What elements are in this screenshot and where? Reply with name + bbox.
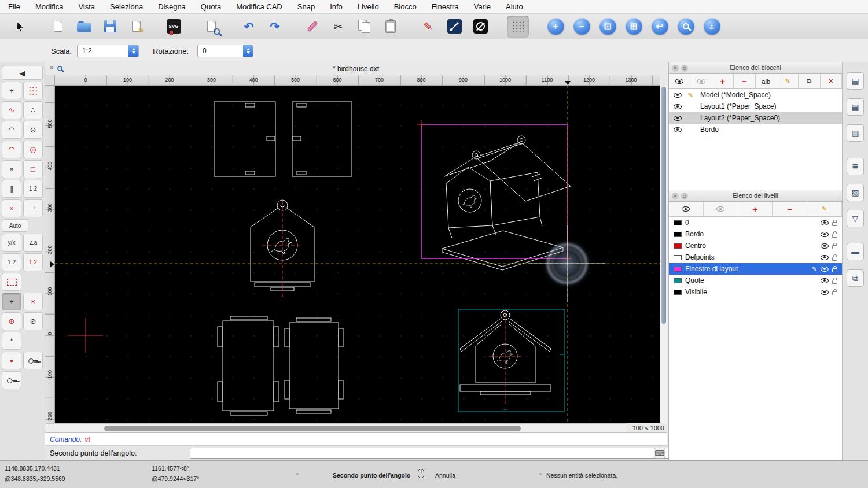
menu-quota[interactable]: Quota (201, 2, 221, 11)
show-all-blocks-button[interactable] (669, 74, 690, 88)
eye-icon[interactable] (821, 278, 829, 283)
new-document-button[interactable] (47, 16, 69, 38)
edit-block-button[interactable]: ✎ (777, 74, 799, 88)
library-browser-dock-button[interactable]: ▦ (847, 98, 864, 116)
reference-snap-button[interactable]: ◎ (23, 141, 43, 158)
save-button[interactable] (99, 16, 121, 38)
grid-snap-button[interactable] (23, 82, 43, 99)
add-layer-button[interactable]: + (738, 202, 773, 216)
menu-varie[interactable]: Varie (474, 2, 491, 11)
open-file-button[interactable] (73, 16, 95, 38)
viewport-tool-button[interactable] (2, 273, 21, 291)
rename-block-button[interactable]: alb (756, 74, 777, 88)
ordinal-restrict-button[interactable]: 1 2 (23, 180, 43, 198)
property-editor-dock-button[interactable]: ▤ (847, 72, 864, 90)
lock-icon[interactable] (832, 291, 837, 295)
detach-button[interactable]: ⊘ (23, 312, 43, 330)
lock-icon[interactable] (832, 257, 837, 261)
remove-layer-button[interactable]: − (773, 202, 807, 216)
eye-icon[interactable] (821, 220, 829, 225)
svg-export-button[interactable]: SVG (163, 16, 185, 38)
intersection-snap-button[interactable]: × (2, 160, 21, 178)
polar-coords-button[interactable]: ∠a (23, 234, 43, 252)
ellipse-tool-button[interactable] (469, 16, 491, 38)
menu-livello[interactable]: Livello (358, 2, 379, 11)
copy-button[interactable] (354, 16, 376, 38)
lock-icon[interactable] (832, 234, 837, 238)
horizontal-scrollbar-thumb[interactable] (104, 426, 521, 431)
eye-icon[interactable] (821, 267, 829, 272)
ordinal-rel-button[interactable]: 1 2 (23, 253, 43, 271)
scale-combo[interactable]: 1:2 (77, 45, 139, 57)
menu-info[interactable]: Info (330, 2, 343, 11)
sheet-dock-button[interactable]: ▥ (847, 124, 864, 142)
ordinal-abs-button[interactable]: 1 2 (2, 253, 21, 271)
hide-all-layers-button[interactable] (704, 202, 738, 216)
snap-off-button[interactable]: × (2, 199, 21, 217)
move-reference-button[interactable]: + (2, 293, 21, 310)
lock-icon[interactable] (832, 245, 837, 249)
lock-icon[interactable] (832, 280, 837, 284)
center-snap-button[interactable]: ⊙ (23, 121, 43, 139)
eye-icon[interactable] (674, 104, 682, 109)
points-snap-button[interactable]: ∴ (23, 101, 43, 119)
auto-snap-button[interactable]: Auto (2, 219, 28, 232)
arc-snap-button[interactable]: ◠ (2, 121, 21, 139)
lock-icon[interactable] (832, 222, 837, 226)
zoom-window-button[interactable]: ⊞ (623, 16, 645, 38)
paste-button[interactable] (380, 16, 402, 38)
drawing-canvas[interactable] (55, 86, 660, 423)
pan-button[interactable]: ↔↕ (701, 16, 723, 38)
eye-icon[interactable] (674, 127, 682, 132)
layer-row-finestre-di-layout[interactable]: Finestre di layout ✎ (669, 263, 842, 275)
eye-icon[interactable] (821, 243, 829, 249)
block-row-layout2[interactable]: Layout2 (*Paper_Space0) (669, 112, 842, 124)
layer-row-quote[interactable]: Quote (669, 275, 842, 286)
snap-warning-button[interactable]: -! (23, 199, 43, 217)
command-line-dock-button[interactable]: ▬ (847, 243, 864, 260)
menu-aiuto[interactable]: Aiuto (506, 2, 523, 11)
layer-row-centro[interactable]: Centro (669, 240, 842, 252)
block-row-model[interactable]: ✎ Model (*Model_Space) (669, 89, 842, 101)
edit-drawing-preferences-button[interactable]: ✎ (125, 16, 147, 38)
menu-finestra[interactable]: Finestra (432, 2, 459, 11)
pointer-tool-button[interactable] (9, 16, 31, 38)
edit-layer-button[interactable]: ✎ (807, 202, 842, 216)
eye-icon[interactable] (821, 290, 829, 295)
show-all-layers-button[interactable] (669, 202, 704, 216)
menu-snap[interactable]: Snap (297, 2, 315, 11)
layer-row-bordo[interactable]: Bordo (669, 228, 842, 240)
block-row-layout1[interactable]: Layout1 (*Paper_Space) (669, 101, 842, 112)
selection-filter-dock-button[interactable]: ▽ (847, 210, 864, 227)
horizontal-scrollbar[interactable] (46, 423, 627, 432)
rotation-combo[interactable]: 0 (197, 45, 253, 57)
vertical-scrollbar[interactable] (660, 86, 667, 423)
remove-block-button[interactable]: − (734, 74, 755, 88)
zoom-out-button[interactable]: − (571, 16, 593, 38)
delete-block-button[interactable]: ✕ (821, 74, 842, 88)
layer-row-defpoints[interactable]: Defpoints (669, 252, 842, 263)
endpoint-snap-button[interactable]: ∿ (2, 101, 21, 119)
duplicate-block-button[interactable]: ⧉ (799, 74, 820, 88)
menu-modifica-cad[interactable]: Modifica CAD (236, 2, 282, 11)
delete-button[interactable] (301, 16, 323, 38)
print-preview-button[interactable] (200, 16, 222, 38)
lock-tool-button[interactable] (23, 352, 43, 369)
back-button[interactable]: ◀ (2, 66, 43, 80)
redo-button[interactable]: ↷ (264, 16, 286, 38)
cut-button[interactable]: ✂ (328, 16, 350, 38)
keyboard-toggle-button[interactable]: ⌨ (654, 448, 665, 459)
tangent-snap-button[interactable]: ◠ (2, 141, 21, 158)
pencil-icon[interactable]: ✎ (812, 266, 817, 272)
point-marker-button[interactable]: ● (2, 352, 21, 369)
command-input[interactable] (190, 448, 698, 459)
block-list-dock-button[interactable]: ≣ (847, 158, 864, 175)
eye-icon[interactable] (674, 93, 682, 98)
lock-icon[interactable] (832, 268, 837, 272)
hide-all-blocks-button[interactable] (690, 74, 712, 88)
crosshair-snap-button[interactable]: + (2, 82, 21, 99)
distance-snap-button[interactable]: □ (23, 160, 43, 178)
menu-seleziona[interactable]: Seleziona (110, 2, 143, 11)
undo-button[interactable]: ↶ (238, 16, 260, 38)
eye-icon[interactable] (674, 116, 682, 121)
